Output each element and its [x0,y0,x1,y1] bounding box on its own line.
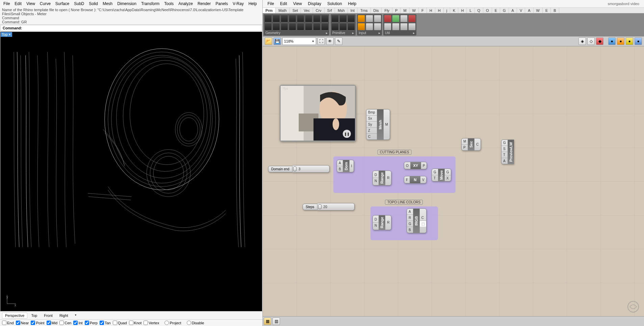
menu-tools[interactable]: Tools [162,1,176,7]
component-icon[interactable] [321,23,329,30]
menu-render[interactable]: Render [196,1,213,7]
gh-menu-display[interactable]: Display [305,1,324,7]
port-c[interactable]: C [366,134,377,140]
tab-top[interactable]: Top [28,312,40,319]
zoom-extents-button[interactable]: ⛶ [317,37,325,45]
port-r[interactable]: R [407,215,413,221]
gh-tab-h[interactable]: H [435,8,444,13]
node-range[interactable]: DN Range R [372,171,391,185]
osnap-perp[interactable]: Perp [85,321,98,325]
osnap-project[interactable]: Project [164,321,181,325]
gh-tab-g[interactable]: G [500,8,509,13]
viewport[interactable]: Top ▼ [0,32,262,311]
gh-tab-p[interactable]: P [392,8,401,13]
node-sec[interactable]: MP Sec C [461,138,481,151]
cluster-icon[interactable]: ▥ [273,318,280,325]
port-t[interactable]: T [432,175,438,181]
menu-view[interactable]: View [24,1,37,7]
port-p[interactable]: P [462,145,468,150]
component-icon[interactable] [273,15,280,22]
port-a[interactable]: A [407,209,413,215]
port-d[interactable]: D [373,217,379,223]
port-c[interactable]: C [474,142,480,147]
gh-tab-e[interactable]: E [543,8,551,13]
component-icon[interactable] [400,15,408,22]
port-i[interactable]: I [350,163,354,169]
port-bmp[interactable]: Bmp [366,109,377,116]
menu-solid[interactable]: Solid [87,1,100,7]
component-icon[interactable] [305,23,312,30]
node-frgb[interactable]: ARGB fRGB C⬚ [407,208,427,233]
port-o[interactable]: O [404,163,410,169]
port-g[interactable]: G [407,221,413,227]
node-move[interactable]: GT Move GX [432,169,451,181]
shade-button[interactable]: ● [626,37,633,45]
node-preview[interactable]: GSTA PreviewLW [501,140,514,164]
component-icon[interactable] [347,23,355,30]
port-c[interactable]: C [420,215,426,221]
node-range[interactable]: DN Range R [372,215,391,230]
osnap-tan[interactable]: Tan [100,321,111,325]
display-mode-button[interactable]: ◇ [587,37,595,45]
expand-icon[interactable]: ▸ [352,31,354,35]
osnap-int[interactable]: Int [73,321,82,325]
port-s[interactable]: S [501,146,508,152]
zoom-combo[interactable]: 118%▼ [282,37,316,45]
chevron-down-icon[interactable]: ▾ [72,312,79,319]
component-icon[interactable] [339,15,347,22]
gh-tab-vec[interactable]: Vec [301,8,313,13]
component-icon[interactable] [297,15,304,22]
osnap-disable[interactable]: Disable [187,321,204,325]
expand-icon[interactable]: ▸ [413,31,415,35]
menu-help[interactable]: Help [247,1,259,7]
osnap-quad[interactable]: Quad [113,321,127,325]
component-icon[interactable] [281,15,288,22]
node-dom[interactable]: AB Dom I [337,160,354,172]
expand-icon[interactable]: ▸ [326,31,328,35]
port-a[interactable]: A [501,158,508,164]
osnap-mid[interactable]: Mid [47,321,58,325]
component-icon[interactable] [273,23,280,30]
osnap-point[interactable]: Point [31,321,44,325]
node-xy[interactable]: O XY P [404,162,427,169]
expand-icon[interactable]: ▸ [379,31,380,35]
port-sy[interactable]: Sy [366,122,377,128]
port-p[interactable]: P [421,163,427,169]
tab-right[interactable]: Right [56,312,71,319]
component-icon[interactable] [392,23,400,30]
port-r[interactable]: R [385,175,391,181]
component-icon[interactable] [305,15,312,22]
gh-tab-int[interactable]: Int [348,8,358,13]
component-icon[interactable] [408,15,416,22]
gh-tab-trns[interactable]: Trns [358,8,371,13]
gh-menu-file[interactable]: File [265,1,277,7]
gh-tab-a[interactable]: A [509,8,517,13]
gh-tab-k[interactable]: K [450,8,458,13]
port-b[interactable]: B [337,166,343,172]
port-m[interactable]: M [384,122,390,127]
osnap-vertex[interactable]: Vertex [144,321,159,325]
chevron-down-icon[interactable]: ▼ [312,40,314,43]
node-webcam[interactable]: 7fps ❚❚ [280,85,356,142]
command-input[interactable]: Command: [0,25,262,31]
gh-tab-srf[interactable]: Srf [325,8,335,13]
slider-domain-end[interactable]: Domain end 3 [268,165,330,173]
gh-tab-h[interactable]: H [458,8,467,13]
port-d[interactable]: D [373,172,379,178]
open-button[interactable]: 📂 [265,37,272,45]
port-g[interactable]: G [445,169,451,175]
port-x[interactable]: X [445,175,451,181]
component-icon[interactable] [366,15,373,22]
node-mesh[interactable]: BmpSxSyZC Mesh M [366,109,390,140]
gh-tab-o[interactable]: O [483,8,492,13]
save-button[interactable]: 💾 [274,37,281,45]
gh-tab-fly[interactable]: Fly [382,8,392,13]
osnap-near[interactable]: Near [16,321,29,325]
gh-menu-help[interactable]: Help [345,1,359,7]
gh-tab-msh[interactable]: Msh [335,8,348,13]
gh-tab-f[interactable]: F [419,8,427,13]
port-t[interactable]: T [501,152,508,158]
port-v[interactable]: V [420,177,426,183]
component-icon[interactable] [289,15,296,22]
gh-tab-w[interactable]: W [534,8,543,13]
